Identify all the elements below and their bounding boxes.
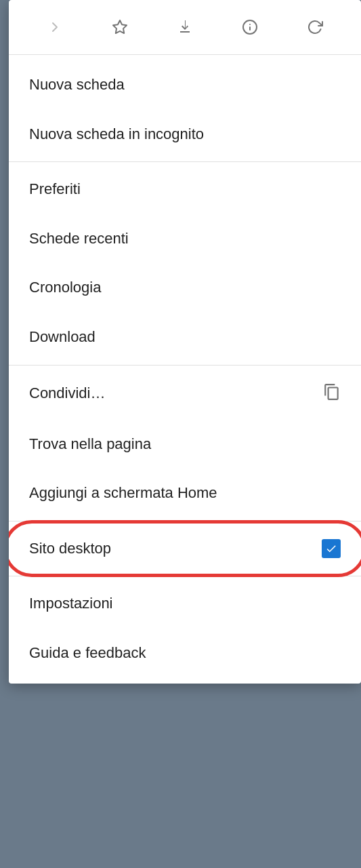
divider-1	[9, 161, 361, 162]
menu-items-list: Nuova scheda Nuova scheda in incognito P…	[9, 55, 361, 684]
menu-toolbar	[9, 0, 361, 55]
chrome-menu: Nuova scheda Nuova scheda in incognito P…	[9, 0, 361, 684]
download-toolbar-button[interactable]	[170, 12, 200, 42]
divider-4	[9, 576, 361, 576]
copy-icon	[323, 383, 341, 405]
menu-item-impostazioni[interactable]: Impostazioni	[9, 579, 361, 629]
menu-item-sito-desktop[interactable]: Sito desktop	[9, 524, 361, 574]
svg-marker-0	[113, 20, 127, 33]
menu-item-condividi[interactable]: Condividi…	[9, 368, 361, 420]
menu-item-preferiti[interactable]: Preferiti	[9, 165, 361, 214]
forward-button[interactable]	[40, 12, 70, 42]
bookmark-button[interactable]	[105, 12, 135, 42]
menu-item-download[interactable]: Download	[9, 313, 361, 362]
menu-item-guida-feedback[interactable]: Guida e feedback	[9, 629, 361, 678]
refresh-button[interactable]	[300, 12, 330, 42]
sito-desktop-checkbox[interactable]	[322, 539, 341, 558]
menu-item-aggiungi-home[interactable]: Aggiungi a schermata Home	[9, 469, 361, 518]
menu-item-schede-recenti[interactable]: Schede recenti	[9, 214, 361, 264]
menu-item-nuova-scheda-incognito[interactable]: Nuova scheda in incognito	[9, 110, 361, 159]
divider-2	[9, 365, 361, 366]
info-button[interactable]	[235, 12, 265, 42]
menu-item-cronologia[interactable]: Cronologia	[9, 263, 361, 313]
menu-item-nuova-scheda[interactable]: Nuova scheda	[9, 60, 361, 110]
divider-3	[9, 521, 361, 521]
menu-item-trova-pagina[interactable]: Trova nella pagina	[9, 420, 361, 469]
